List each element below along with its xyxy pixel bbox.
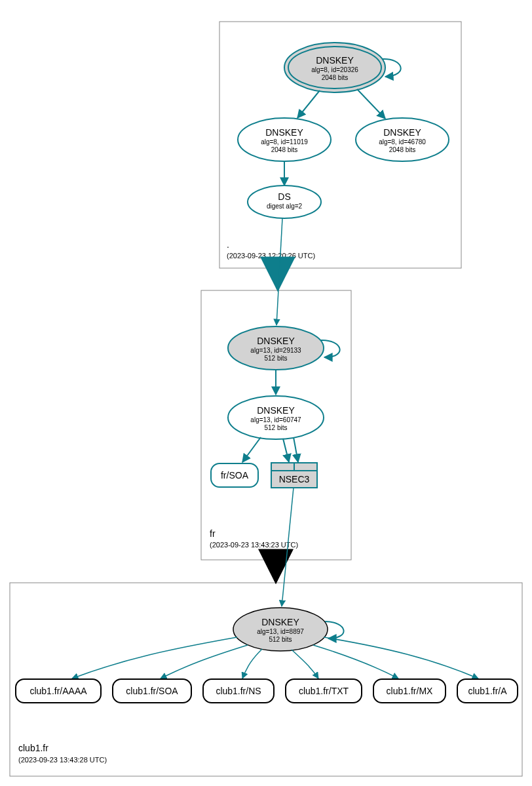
- node-fr-ksk: DNSKEY alg=13, id=29133 512 bits: [228, 326, 324, 370]
- svg-text:DS: DS: [278, 191, 290, 202]
- zone-club1-timestamp: (2023-09-23 13:43:28 UTC): [18, 756, 107, 764]
- node-club1-soa: club1.fr/SOA: [113, 679, 191, 703]
- svg-text:512 bits: 512 bits: [264, 424, 287, 431]
- node-fr-nsec3: NSEC3: [271, 463, 317, 488]
- svg-text:2048 bits: 2048 bits: [389, 146, 416, 153]
- node-club1-txt: club1.fr/TXT: [286, 679, 362, 703]
- svg-text:alg=13, id=8897: alg=13, id=8897: [257, 628, 304, 635]
- svg-text:512 bits: 512 bits: [269, 636, 292, 643]
- zone-root-timestamp: (2023-09-23 12:20:26 UTC): [227, 252, 315, 260]
- svg-point-14: [248, 186, 321, 218]
- svg-text:alg=13, id=60747: alg=13, id=60747: [250, 416, 301, 423]
- svg-text:club1.fr/TXT: club1.fr/TXT: [299, 686, 349, 696]
- svg-text:NSEC3: NSEC3: [279, 474, 310, 484]
- svg-text:digest alg=2: digest alg=2: [267, 203, 303, 210]
- svg-text:DNSKEY: DNSKEY: [383, 127, 421, 138]
- svg-text:alg=8, id=46780: alg=8, id=46780: [379, 138, 426, 146]
- svg-text:club1.fr/A: club1.fr/A: [468, 686, 507, 696]
- node-club1-mx: club1.fr/MX: [373, 679, 446, 703]
- zone-club1-name: club1.fr: [18, 743, 48, 753]
- svg-text:club1.fr/SOA: club1.fr/SOA: [126, 686, 178, 696]
- node-root-zsk2: DNSKEY alg=8, id=46780 2048 bits: [356, 118, 449, 161]
- node-fr-zsk: DNSKEY alg=13, id=60747 512 bits: [228, 396, 324, 439]
- svg-text:alg=13, id=29133: alg=13, id=29133: [250, 347, 301, 354]
- svg-text:fr/SOA: fr/SOA: [221, 470, 249, 481]
- node-club1-aaaa: club1.fr/AAAA: [16, 679, 101, 703]
- node-root-zsk1: DNSKEY alg=8, id=11019 2048 bits: [238, 118, 331, 161]
- svg-text:alg=8, id=20326: alg=8, id=20326: [311, 66, 358, 73]
- svg-text:512 bits: 512 bits: [264, 355, 287, 362]
- svg-text:DNSKEY: DNSKEY: [265, 127, 303, 138]
- svg-text:2048 bits: 2048 bits: [271, 146, 298, 153]
- node-root-ds: DS digest alg=2: [248, 186, 321, 218]
- svg-text:club1.fr/NS: club1.fr/NS: [216, 686, 261, 696]
- svg-text:club1.fr/AAAA: club1.fr/AAAA: [29, 686, 87, 696]
- node-fr-soa: fr/SOA: [211, 463, 258, 487]
- svg-text:alg=8, id=11019: alg=8, id=11019: [261, 138, 308, 146]
- svg-text:club1.fr/MX: club1.fr/MX: [387, 686, 433, 696]
- svg-text:DNSKEY: DNSKEY: [316, 55, 354, 66]
- zone-root-name: .: [227, 239, 229, 250]
- node-club1-a: club1.fr/A: [457, 679, 518, 703]
- svg-text:DNSKEY: DNSKEY: [257, 336, 295, 346]
- zone-fr-name: fr: [210, 528, 216, 539]
- zone-fr-timestamp: (2023-09-23 13:43:23 UTC): [210, 541, 298, 549]
- svg-text:2048 bits: 2048 bits: [322, 74, 349, 81]
- svg-text:DNSKEY: DNSKEY: [257, 405, 295, 416]
- svg-text:DNSKEY: DNSKEY: [261, 617, 299, 627]
- node-root-ksk: DNSKEY alg=8, id=20326 2048 bits: [284, 43, 385, 92]
- node-club1-ksk: DNSKEY alg=13, id=8897 512 bits: [233, 608, 328, 651]
- node-club1-ns: club1.fr/NS: [203, 679, 274, 703]
